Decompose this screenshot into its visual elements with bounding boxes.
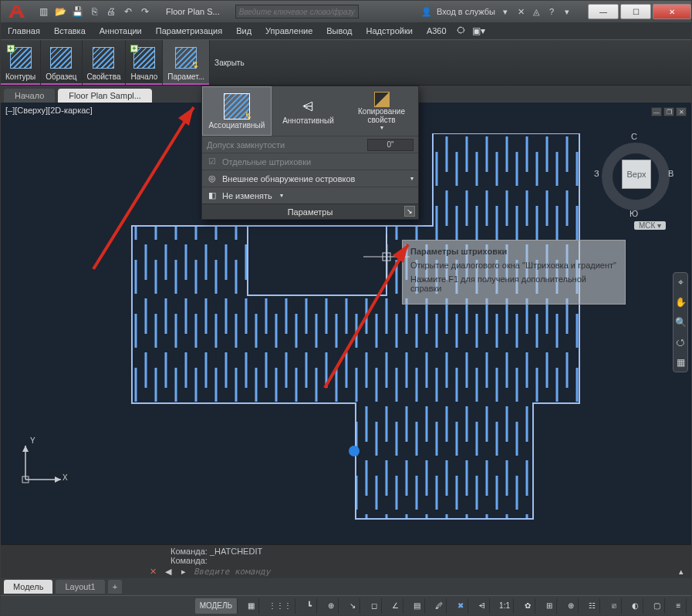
command-input[interactable] [194, 567, 671, 577]
option-island-detection-row[interactable]: ◎ Внешнее обнаружение островков ▾ [202, 170, 418, 187]
qat-redo-icon[interactable]: ↷ [138, 5, 152, 19]
status-annomonitor-icon[interactable]: ⊕ [563, 598, 579, 614]
viewcube-west-label: З [594, 169, 599, 178]
command-recent-icon[interactable]: ▴ [676, 567, 687, 577]
command-close-icon[interactable]: ✕ [147, 567, 158, 577]
status-units-icon[interactable]: ☷ [585, 598, 600, 614]
option-draworder-row[interactable]: ◧ Не изменять ▾ [202, 187, 418, 204]
tab-featured-apps-icon[interactable]: 🌣 [454, 25, 469, 36]
viewcube-wcs-menu[interactable]: МСК ▾ [634, 221, 666, 230]
status-workspace-icon[interactable]: ⊞ [542, 598, 557, 614]
status-cleanscreen-icon[interactable]: ▢ [650, 598, 665, 614]
layout1-tab[interactable]: Layout1 [56, 580, 104, 594]
viewport-minimize-icon[interactable]: ― [651, 107, 662, 116]
signin-icon[interactable]: 👤 [421, 6, 432, 17]
tab-addins[interactable]: Надстройки [360, 26, 420, 35]
ribbon-label-properties: Свойства [87, 72, 121, 81]
signin-label[interactable]: Вход в службы [437, 7, 495, 16]
option-associative-label: Ассоциативный [209, 121, 265, 130]
nav-showmotion-icon[interactable]: ▦ [674, 356, 687, 369]
nav-orbit-icon[interactable]: ⭯ [674, 336, 687, 348]
status-snap-icon[interactable]: ⋮⋮⋮ [265, 598, 295, 614]
qat-print-icon[interactable]: 🖨 [104, 5, 118, 19]
qat-saveas-icon[interactable]: ⎘ [87, 5, 101, 19]
tab-manage[interactable]: Управление [258, 26, 319, 35]
qat-save-icon[interactable]: 💾 [70, 5, 84, 19]
ribbon-group-boundaries[interactable]: + Контуры [1, 40, 41, 85]
ribbon-label-close: Закрыть [214, 59, 245, 67]
tab-parametric[interactable]: Параметризация [149, 26, 229, 35]
add-layout-button[interactable]: + [108, 580, 122, 594]
hatch-options-dropdown: ↯ Ассоциативный ⩤ Аннотативный Копирован… [201, 86, 419, 220]
ribbon-group-options[interactable]: ↯ Парамет... [163, 40, 210, 85]
nav-pan-icon[interactable]: ✋ [674, 296, 687, 308]
status-osnap-icon[interactable]: ◻ [366, 598, 382, 614]
qat-new-icon[interactable]: ▥ [36, 5, 50, 19]
command-history-line: Команда: [170, 556, 691, 565]
status-dynamic-icon[interactable]: ✖ [453, 598, 468, 614]
svg-marker-12 [178, 107, 194, 126]
ribbon-label-origin: Начало [130, 72, 157, 81]
option-island-label: Внешнее обнаружение островков [222, 174, 355, 183]
ucs-y-label: Y [30, 436, 35, 445]
option-matchprops-label: Копирование свойств [348, 107, 415, 124]
viewport-controls-label[interactable]: [–][Сверху][2D-каркас] [5, 106, 93, 115]
command-customize-icon[interactable]: ◀ [163, 567, 174, 577]
status-ortho-icon[interactable]: ┗ [302, 598, 317, 614]
search-input[interactable] [235, 5, 359, 19]
viewport-close-icon[interactable]: ✕ [676, 107, 687, 116]
help-icon[interactable]: ? [546, 6, 557, 17]
status-isolate-icon[interactable]: ◐ [628, 598, 643, 614]
status-modelspace-toggle[interactable]: МОДЕЛЬ [195, 598, 238, 614]
status-polar-icon[interactable]: ⊕ [323, 598, 339, 614]
ucs-icon: X Y [15, 436, 69, 492]
status-gear-icon[interactable]: ✿ [520, 598, 535, 614]
hatch-options-dialog-launcher[interactable]: Параметры ↘ [202, 204, 418, 219]
viewcube-south-label: Ю [630, 209, 638, 218]
status-cycling-icon[interactable]: 🖉 [431, 598, 447, 614]
tab-home[interactable]: Главная [1, 26, 47, 35]
command-prompt-icon: ▸ [178, 567, 189, 577]
viewcube-top-face[interactable]: Верх [622, 160, 651, 189]
status-grid-icon[interactable]: ▦ [244, 598, 259, 614]
status-annoscale-icon[interactable]: ⩤ [474, 598, 490, 614]
hatch-drag-pivot[interactable] [349, 446, 360, 456]
tab-a360[interactable]: A360 [420, 26, 454, 35]
ribbon-minimize-icon[interactable]: ▣▾ [469, 25, 488, 36]
ribbon-group-properties[interactable]: Свойства [83, 40, 127, 85]
tab-annotate[interactable]: Аннотации [93, 26, 149, 35]
option-separate-hatches-row: ☑ Отдельные штриховки [202, 153, 418, 170]
ribbon-group-origin[interactable]: + Начало [126, 40, 163, 85]
status-scale-label[interactable]: 1:1 [496, 598, 514, 614]
viewcube[interactable]: Верх С Ю З В МСК ▾ [597, 133, 674, 226]
navigation-bar: ⌖ ✋ 🔍 ⭯ ▦ [673, 272, 688, 372]
a360-icon[interactable]: ◬ [531, 6, 542, 17]
start-tab[interactable]: Начало [4, 89, 55, 103]
document-tab-active[interactable]: Floor Plan Sampl... [58, 89, 152, 103]
status-transparency-icon[interactable]: ▤ [410, 598, 425, 614]
status-customize-icon[interactable]: ≡ [671, 598, 687, 614]
expand-icon[interactable]: ↘ [404, 206, 415, 217]
app-menu-button[interactable] [1, 1, 33, 22]
exchange-icon[interactable]: ✕ [515, 6, 526, 17]
viewport-restore-icon[interactable]: ❐ [663, 107, 674, 116]
qat-open-icon[interactable]: 📂 [53, 5, 67, 19]
option-associative-button[interactable]: ↯ Ассоциативный [202, 86, 272, 136]
nav-fullnav-icon[interactable]: ⌖ [674, 276, 687, 288]
status-hardware-icon[interactable]: ⎚ [606, 598, 622, 614]
tab-insert[interactable]: Вставка [47, 26, 93, 35]
window-close-button[interactable]: ✕ [653, 4, 691, 19]
status-isodraft-icon[interactable]: ↘ [345, 598, 360, 614]
window-minimize-button[interactable]: ― [588, 4, 619, 19]
qat-undo-icon[interactable]: ↶ [121, 5, 135, 19]
option-matchprops-button[interactable]: Копирование свойств ▾ [345, 86, 418, 136]
tab-output[interactable]: Вывод [319, 26, 359, 35]
nav-zoom-icon[interactable]: 🔍 [674, 316, 687, 328]
tab-view[interactable]: Вид [229, 26, 258, 35]
ribbon-group-pattern[interactable]: Образец [41, 40, 82, 85]
window-maximize-button[interactable]: ☐ [620, 4, 651, 19]
ribbon-group-close[interactable]: Закрыть [210, 40, 249, 85]
status-lineweight-icon[interactable]: ∠ [388, 598, 403, 614]
option-annotative-button[interactable]: ⩤ Аннотативный [272, 86, 345, 136]
model-tab[interactable]: Модель [4, 580, 52, 594]
